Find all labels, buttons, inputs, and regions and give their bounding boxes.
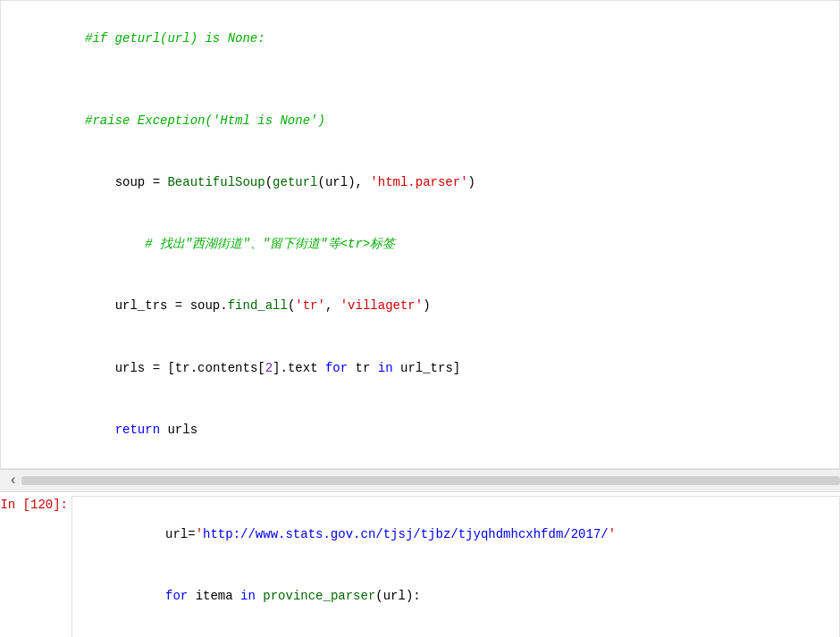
code-line-5: url_trs = soup.find_all('tr', 'villagetr… <box>1 275 839 337</box>
cell-120-code: url='http://www.stats.gov.cn/tjsj/tjbz/t… <box>71 496 840 637</box>
cell-code-line-2: for itema in province_parser(url): <box>81 566 830 627</box>
code-line-4: # 找出"西湖街道"、"留下街道"等<tr>标签 <box>1 214 839 275</box>
cell-code-line-3: with open(itema[0]+"．txt", "w",encoding=… <box>81 627 830 637</box>
collapse-icon: ‹ <box>9 473 18 489</box>
code-line-6: urls = [tr.contents[2].text for tr in ur… <box>1 337 839 398</box>
top-code-block: #if geturl(url) is None: #raise Exceptio… <box>0 0 840 469</box>
code-line-1: #if geturl(url) is None: <box>1 8 839 70</box>
cell-code-line-1: url='http://www.stats.gov.cn/tjsj/tjbz/t… <box>81 504 830 566</box>
top-code-area: #if geturl(url) is None: #raise Exceptio… <box>1 1 839 468</box>
code-line-2: #raise Exception('Html is None') <box>1 70 839 152</box>
code-line-3: soup = BeautifulSoup(geturl(url), 'html.… <box>1 152 839 214</box>
cell-label-120: In [120]: <box>0 496 71 512</box>
code-line-7: return urls <box>1 398 839 460</box>
page-container: #if geturl(url) is None: #raise Exceptio… <box>0 0 840 637</box>
collapse-bar[interactable]: ‹ <box>0 469 840 492</box>
cell-120-row: In [120]: url='http://www.stats.gov.cn/t… <box>0 496 840 637</box>
